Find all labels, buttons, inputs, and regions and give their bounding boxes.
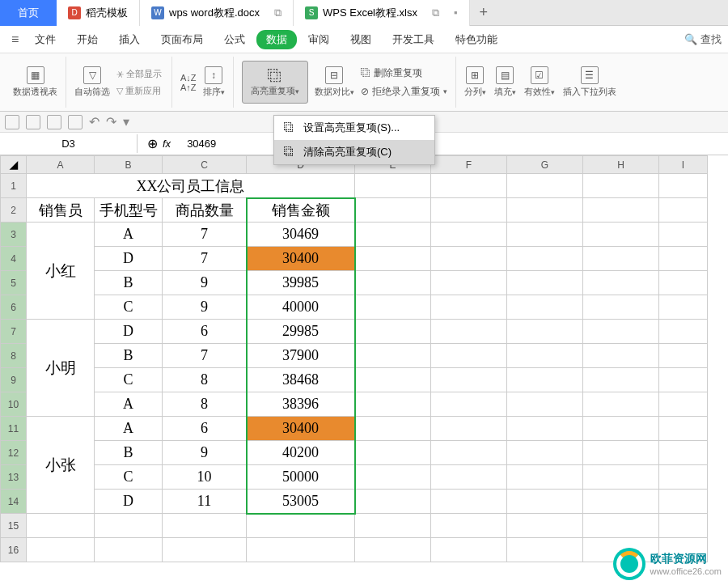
empty-cell[interactable] bbox=[355, 417, 431, 441]
empty-cell[interactable] bbox=[355, 538, 431, 562]
header-cell[interactable]: 商品数量 bbox=[163, 198, 247, 223]
amount-cell[interactable]: 30469 bbox=[247, 223, 355, 247]
empty-cell[interactable] bbox=[507, 271, 583, 295]
amount-cell[interactable]: 38396 bbox=[247, 392, 355, 417]
undo-icon[interactable]: ↶ bbox=[89, 114, 99, 129]
empty-cell[interactable] bbox=[163, 514, 247, 538]
menu-start[interactable]: 开始 bbox=[67, 29, 108, 50]
empty-cell[interactable] bbox=[659, 344, 708, 368]
salesperson-cell[interactable]: 小明 bbox=[27, 320, 95, 417]
empty-cell[interactable] bbox=[583, 320, 659, 344]
header-cell[interactable]: 销售员 bbox=[27, 198, 95, 223]
sort-desc-icon[interactable]: A↑Z bbox=[180, 83, 197, 92]
header-cell[interactable]: 销售金额 bbox=[247, 198, 355, 223]
empty-cell[interactable] bbox=[431, 392, 507, 417]
menu-view[interactable]: 视图 bbox=[341, 29, 381, 50]
empty-cell[interactable] bbox=[659, 368, 708, 392]
empty-cell[interactable] bbox=[355, 368, 431, 392]
column-header[interactable]: G bbox=[507, 156, 583, 174]
amount-cell[interactable]: 30400 bbox=[247, 247, 355, 271]
amount-cell[interactable]: 30400 bbox=[247, 417, 355, 441]
row-header[interactable]: 10 bbox=[1, 392, 27, 417]
amount-cell[interactable]: 40200 bbox=[247, 441, 355, 465]
empty-cell[interactable] bbox=[659, 198, 708, 223]
empty-cell[interactable] bbox=[583, 223, 659, 247]
empty-cell[interactable] bbox=[431, 174, 507, 198]
row-header[interactable]: 2 bbox=[1, 198, 27, 223]
model-cell[interactable]: A bbox=[95, 223, 163, 247]
empty-cell[interactable] bbox=[583, 295, 659, 320]
tab-excel-doc[interactable]: S WPS Excel教程.xlsx ⧉ ▪ bbox=[294, 0, 470, 26]
model-cell[interactable]: D bbox=[95, 247, 163, 271]
empty-cell[interactable] bbox=[27, 538, 95, 562]
preview-icon[interactable] bbox=[68, 115, 83, 129]
empty-cell[interactable] bbox=[659, 417, 708, 441]
empty-cell[interactable] bbox=[355, 198, 431, 223]
empty-cell[interactable] bbox=[431, 320, 507, 344]
empty-cell[interactable] bbox=[583, 174, 659, 198]
empty-cell[interactable] bbox=[431, 417, 507, 441]
tool-reject-dup[interactable]: ⊘拒绝录入重复项▾ bbox=[361, 83, 447, 100]
qty-cell[interactable]: 6 bbox=[163, 417, 247, 441]
tab-word-doc[interactable]: W wps word教程.docx ⧉ bbox=[140, 0, 294, 26]
column-header[interactable]: C bbox=[163, 156, 247, 174]
empty-cell[interactable] bbox=[659, 295, 708, 320]
empty-cell[interactable] bbox=[507, 368, 583, 392]
dropdown-set-highlight[interactable]: ⿻ 设置高亮重复项(S)... bbox=[274, 116, 434, 140]
empty-cell[interactable] bbox=[355, 514, 431, 538]
empty-cell[interactable] bbox=[355, 320, 431, 344]
empty-cell[interactable] bbox=[583, 490, 659, 514]
amount-cell[interactable]: 50000 bbox=[247, 465, 355, 490]
header-cell[interactable]: 手机型号 bbox=[95, 198, 163, 223]
empty-cell[interactable] bbox=[355, 295, 431, 320]
empty-cell[interactable] bbox=[431, 295, 507, 320]
column-header[interactable]: B bbox=[95, 156, 163, 174]
empty-cell[interactable] bbox=[431, 344, 507, 368]
row-header[interactable]: 11 bbox=[1, 417, 27, 441]
dropdown-clear-highlight[interactable]: ⿻ 清除高亮重复项(C) bbox=[274, 140, 434, 164]
salesperson-cell[interactable]: 小红 bbox=[27, 223, 95, 320]
empty-cell[interactable] bbox=[659, 392, 708, 417]
empty-cell[interactable] bbox=[355, 174, 431, 198]
new-tab-button[interactable]: + bbox=[470, 4, 498, 21]
model-cell[interactable]: B bbox=[95, 441, 163, 465]
empty-cell[interactable] bbox=[355, 490, 431, 514]
tab-template[interactable]: D 稻壳模板 bbox=[57, 0, 140, 26]
empty-cell[interactable] bbox=[507, 514, 583, 538]
empty-cell[interactable] bbox=[583, 465, 659, 490]
empty-cell[interactable] bbox=[431, 465, 507, 490]
salesperson-cell[interactable]: 小张 bbox=[27, 417, 95, 514]
model-cell[interactable]: D bbox=[95, 490, 163, 514]
empty-cell[interactable] bbox=[355, 441, 431, 465]
row-header[interactable]: 5 bbox=[1, 271, 27, 295]
qty-cell[interactable]: 10 bbox=[163, 465, 247, 490]
empty-cell[interactable] bbox=[583, 344, 659, 368]
empty-cell[interactable] bbox=[431, 368, 507, 392]
model-cell[interactable]: C bbox=[95, 368, 163, 392]
empty-cell[interactable] bbox=[507, 490, 583, 514]
empty-cell[interactable] bbox=[507, 295, 583, 320]
row-header[interactable]: 7 bbox=[1, 320, 27, 344]
empty-cell[interactable] bbox=[659, 223, 708, 247]
empty-cell[interactable] bbox=[431, 223, 507, 247]
qty-cell[interactable]: 9 bbox=[163, 271, 247, 295]
model-cell[interactable]: C bbox=[95, 465, 163, 490]
model-cell[interactable]: B bbox=[95, 344, 163, 368]
qat-dropdown-icon[interactable]: ▾ bbox=[123, 114, 129, 129]
tool-insert-dropdown[interactable]: ☰ 插入下拉列表 bbox=[563, 66, 616, 97]
empty-cell[interactable] bbox=[583, 417, 659, 441]
empty-cell[interactable] bbox=[507, 392, 583, 417]
empty-cell[interactable] bbox=[659, 247, 708, 271]
empty-cell[interactable] bbox=[507, 247, 583, 271]
empty-cell[interactable] bbox=[659, 320, 708, 344]
empty-cell[interactable] bbox=[659, 441, 708, 465]
empty-cell[interactable] bbox=[431, 247, 507, 271]
row-header[interactable]: 9 bbox=[1, 368, 27, 392]
menu-data[interactable]: 数据 bbox=[256, 30, 297, 49]
empty-cell[interactable] bbox=[583, 441, 659, 465]
empty-cell[interactable] bbox=[431, 490, 507, 514]
tab-detach-icon[interactable]: ⧉ bbox=[432, 6, 439, 19]
tab-home[interactable]: 首页 bbox=[0, 0, 57, 26]
row-header[interactable]: 13 bbox=[1, 465, 27, 490]
tool-sort[interactable]: ↕ 排序▾ bbox=[203, 66, 225, 98]
